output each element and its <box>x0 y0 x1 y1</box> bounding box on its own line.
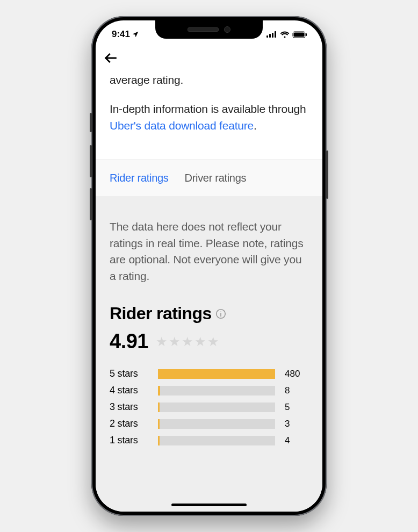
notch <box>155 20 263 39</box>
stars-icon: ★★★★★ <box>156 334 220 349</box>
front-camera <box>224 26 230 33</box>
ratings-row: 4 stars 8 <box>110 385 308 396</box>
status-time: 9:41 <box>112 29 130 40</box>
cell-signal-icon <box>266 31 277 38</box>
ratings-bar <box>158 436 275 445</box>
volume-down-button <box>90 188 92 220</box>
ratings-row-label: 4 stars <box>110 385 148 396</box>
ratings-bar <box>158 386 275 396</box>
ratings-row-label: 2 stars <box>110 418 148 429</box>
average-row: 4.91 ★★★★★ <box>110 330 308 353</box>
speaker <box>188 27 219 32</box>
svg-rect-6 <box>306 33 307 36</box>
volume-up-button <box>90 145 92 177</box>
ratings-bar <box>158 419 275 429</box>
power-button <box>326 150 328 199</box>
svg-rect-1 <box>269 34 271 38</box>
svg-point-9 <box>220 311 221 312</box>
content: average rating. In-depth information is … <box>96 72 322 512</box>
tab-driver-ratings[interactable]: Driver ratings <box>184 172 246 184</box>
tab-rider-ratings[interactable]: Rider ratings <box>110 172 168 184</box>
data-download-link[interactable]: Uber's data download feature <box>110 119 254 132</box>
ratings-row: 3 stars 5 <box>110 401 308 413</box>
ratings-row-label: 5 stars <box>110 368 148 379</box>
intro-text-pre: In-depth information is available throug… <box>110 103 306 115</box>
ratings-row-label: 3 stars <box>110 401 148 413</box>
screen: 9:41 <box>96 20 322 512</box>
ratings-disclaimer: The data here does not reflect your rati… <box>110 219 308 284</box>
info-icon[interactable] <box>215 308 227 320</box>
svg-rect-3 <box>275 31 276 38</box>
nav-bar <box>96 44 322 72</box>
ratings-row-count: 480 <box>285 369 308 379</box>
intro-paragraph: In-depth information is available throug… <box>110 101 308 134</box>
intro-section: average rating. In-depth information is … <box>96 72 322 160</box>
ratings-row: 1 stars 4 <box>110 435 308 446</box>
ratings-title: Rider ratings <box>110 304 212 323</box>
ratings-body: The data here does not reflect your rati… <box>96 196 322 512</box>
battery-icon <box>292 31 307 38</box>
ratings-row-count: 4 <box>285 435 308 446</box>
ratings-row: 5 stars 480 <box>110 368 308 379</box>
intro-partial: average rating. <box>110 72 308 88</box>
ratings-row-count: 5 <box>285 402 308 413</box>
average-value: 4.91 <box>110 330 148 353</box>
ratings-bar <box>158 369 275 379</box>
ratings-row-label: 1 stars <box>110 435 148 446</box>
svg-rect-0 <box>266 35 268 38</box>
ratings-title-row: Rider ratings <box>110 304 308 323</box>
location-icon <box>132 31 139 38</box>
phone-frame: 9:41 <box>91 16 327 516</box>
svg-rect-2 <box>272 33 273 38</box>
back-button[interactable] <box>103 51 118 66</box>
intro-text-post: . <box>254 119 257 132</box>
home-indicator[interactable] <box>171 504 247 506</box>
ratings-row-count: 8 <box>285 385 308 396</box>
wifi-icon <box>280 31 290 38</box>
side-button <box>90 113 92 132</box>
ratings-row: 2 stars 3 <box>110 418 308 429</box>
tabs: Rider ratings Driver ratings <box>96 160 322 196</box>
ratings-distribution: 5 stars 480 4 stars 8 3 stars 5 <box>110 368 308 446</box>
ratings-row-count: 3 <box>285 419 308 429</box>
ratings-bar <box>158 402 275 412</box>
svg-rect-5 <box>294 32 305 37</box>
